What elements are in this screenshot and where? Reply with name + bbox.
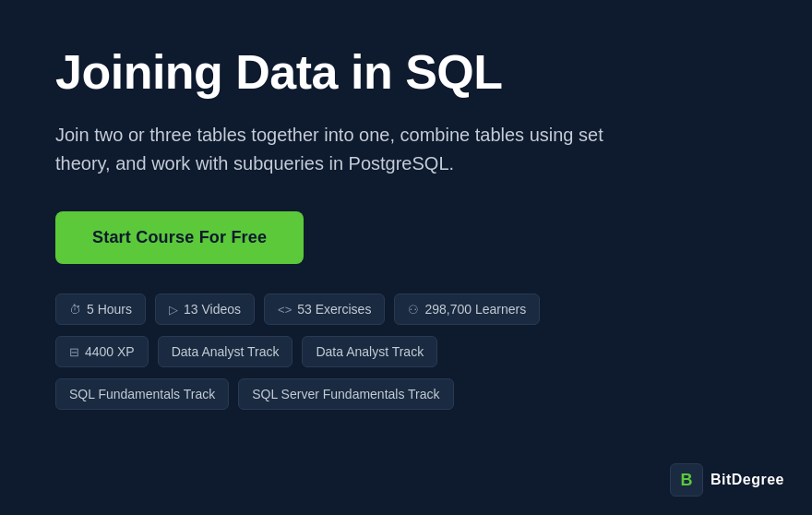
tag-xp: ⊟ 4400 XP	[55, 336, 149, 367]
tag-data-analyst-track-1-label: Data Analyst Track	[172, 344, 280, 359]
tag-videos-label: 13 Videos	[184, 302, 241, 317]
course-description: Join two or three tables together into o…	[55, 121, 627, 178]
start-course-button[interactable]: Start Course For Free	[55, 211, 304, 264]
tag-hours-label: 5 Hours	[87, 302, 132, 317]
code-icon: <>	[278, 303, 292, 317]
tag-sql-server-fundamentals[interactable]: SQL Server Fundamentals Track	[238, 378, 453, 410]
clock-icon: ⏱	[69, 303, 81, 317]
tags-row-1: ⏱ 5 Hours ▷ 13 Videos <> 53 Exercises ⚇ …	[55, 293, 646, 325]
bitdegree-brand-name: BitDegree	[710, 472, 784, 488]
users-icon: ⚇	[408, 303, 419, 317]
bitdegree-logo: B BitDegree	[670, 463, 784, 497]
tag-sql-fundamentals[interactable]: SQL Fundamentals Track	[55, 378, 229, 410]
tag-data-analyst-track-2[interactable]: Data Analyst Track	[302, 336, 437, 367]
tag-sql-fundamentals-label: SQL Fundamentals Track	[69, 387, 215, 401]
tag-data-analyst-track-1[interactable]: Data Analyst Track	[158, 336, 293, 367]
tag-data-analyst-track-2-label: Data Analyst Track	[316, 344, 424, 359]
tag-learners-label: 298,700 Learners	[424, 302, 526, 317]
tag-hours: ⏱ 5 Hours	[55, 293, 146, 325]
tags-row-2: ⊟ 4400 XP Data Analyst Track Data Analys…	[55, 336, 646, 367]
bitdegree-badge-icon: B	[670, 463, 703, 497]
xp-icon: ⊟	[69, 345, 79, 359]
tag-xp-label: 4400 XP	[85, 344, 135, 359]
tags-row-3: SQL Fundamentals Track SQL Server Fundam…	[55, 378, 646, 410]
play-icon: ▷	[169, 303, 178, 317]
tag-learners: ⚇ 298,700 Learners	[394, 293, 540, 325]
tag-sql-server-fundamentals-label: SQL Server Fundamentals Track	[252, 387, 439, 401]
main-content: Joining Data in SQL Join two or three ta…	[0, 0, 701, 458]
course-title: Joining Data in SQL	[55, 46, 646, 99]
tag-exercises-label: 53 Exercises	[297, 302, 371, 317]
tag-videos: ▷ 13 Videos	[155, 293, 255, 325]
tag-exercises: <> 53 Exercises	[264, 293, 385, 325]
